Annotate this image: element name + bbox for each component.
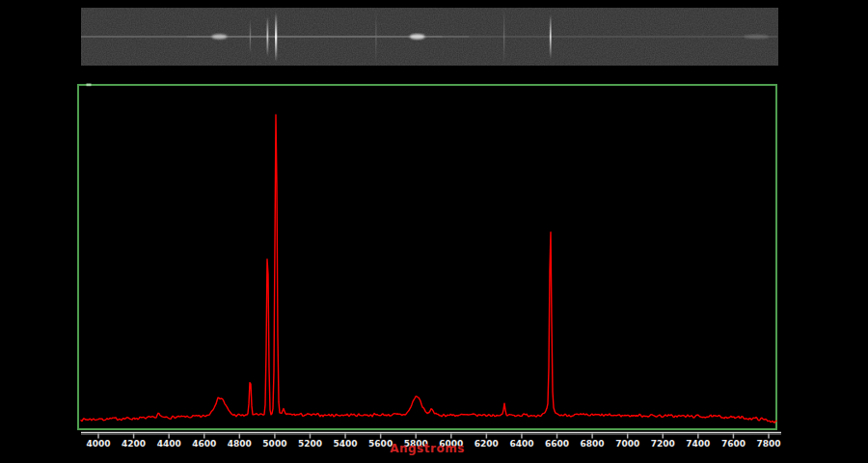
plot-frame [78, 85, 776, 429]
app-canvas: 4000420044004600480050005200540056005800… [0, 0, 868, 463]
emission-line [503, 10, 504, 64]
emission-line [250, 19, 251, 54]
emission-line [266, 16, 268, 57]
x-axis-title: Angstroms [78, 442, 776, 455]
raw-spectrum-strip[interactable] [81, 8, 778, 66]
emission-line [550, 14, 552, 59]
emission-line [275, 13, 277, 62]
emission-line [375, 10, 376, 64]
spectra-display: 4000420044004600480050005200540056005800… [0, 0, 868, 463]
emission-blob [211, 34, 227, 39]
spectrum-plot[interactable]: 4000420044004600480050005200540056005800… [78, 84, 781, 449]
spectrum-trace [81, 115, 776, 422]
frame-cursor-mark [87, 84, 92, 87]
emission-blob [410, 34, 425, 40]
emission-blob [744, 35, 769, 39]
